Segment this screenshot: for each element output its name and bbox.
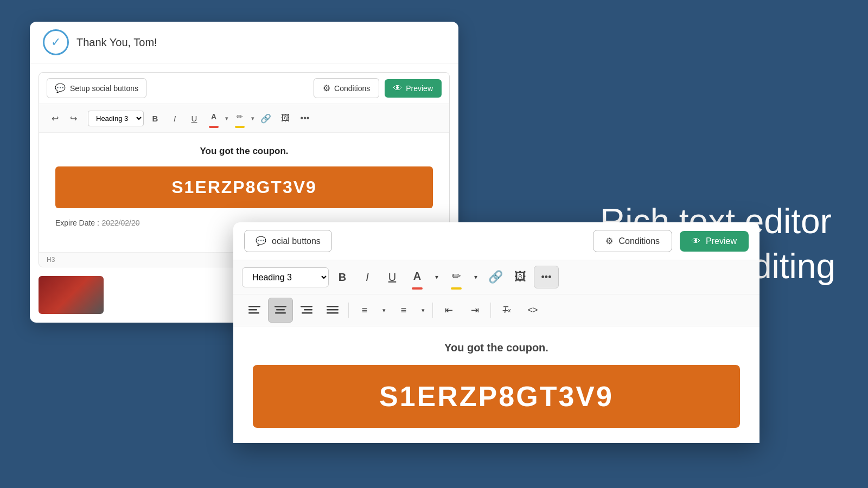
front-coupon-heading: You got the coupon. xyxy=(253,342,740,354)
svg-rect-1 xyxy=(248,309,257,311)
front-format-row2: ≡ ▾ ≡ ▾ ⇤ ⇥ Tx <> xyxy=(233,294,760,326)
bullet-list-btn[interactable]: ≡ xyxy=(352,298,377,323)
redo-btn[interactable]: ↪ xyxy=(65,110,81,126)
underline-btn-front[interactable]: U xyxy=(381,266,404,288)
align-right-btn[interactable] xyxy=(294,298,319,323)
outdent-btn[interactable]: ⇤ xyxy=(436,298,461,323)
conditions-front-btn[interactable]: ⚙ Conditions xyxy=(593,230,672,252)
undo-btn[interactable]: ↩ xyxy=(47,110,63,126)
front-editor-content: You got the coupon. S1ERZP8GT3V9 xyxy=(233,326,760,443)
coupon-box-back: S1ERZP8GT3V9 xyxy=(55,166,433,208)
formatting-toolbar-back: ↩ ↪ Heading 3 Heading 1 Heading 2 Paragr… xyxy=(39,104,449,133)
underline-btn-back[interactable]: U xyxy=(186,110,202,126)
thankyou-bar: ✓ Thank You, Tom! xyxy=(30,22,458,63)
font-color-front-group: A xyxy=(406,265,429,290)
image-btn-back[interactable]: 🖼 xyxy=(277,110,293,126)
link-btn-front[interactable]: 🔗 xyxy=(484,266,507,288)
editor-card-front: 💬 ocial buttons ⚙ Conditions 👁 Preview H… xyxy=(233,222,760,443)
svg-rect-2 xyxy=(248,312,259,314)
indent-btn[interactable]: ⇥ xyxy=(462,298,487,323)
preview-btn-back[interactable]: 👁 Preview xyxy=(385,79,442,98)
check-circle-icon: ✓ xyxy=(43,29,69,55)
highlight-indicator xyxy=(235,126,245,128)
link-btn-back[interactable]: 🔗 xyxy=(258,110,274,126)
numbered-list-chevron[interactable]: ▾ xyxy=(417,298,429,323)
front-coupon-code: S1ERZP8GT3V9 xyxy=(268,380,725,413)
setup-social-buttons-btn[interactable]: 💬 Setup social buttons xyxy=(47,78,146,98)
separator-1 xyxy=(348,303,349,318)
svg-rect-0 xyxy=(248,306,260,307)
svg-rect-9 xyxy=(327,306,339,307)
italic-btn-front[interactable]: I xyxy=(356,266,379,288)
numbered-list-btn[interactable]: ≡ xyxy=(391,298,416,323)
align-center-btn[interactable] xyxy=(268,298,293,323)
font-color-chevron[interactable]: ▾ xyxy=(225,115,228,122)
front-coupon-box: S1ERZP8GT3V9 xyxy=(253,365,740,428)
image-btn-front[interactable]: 🖼 xyxy=(509,266,532,288)
eye-icon-front: 👁 xyxy=(692,236,700,246)
conditions-btn-back[interactable]: ⚙ Conditions xyxy=(314,78,379,98)
coupon-heading-back: You got the coupon. xyxy=(55,146,433,157)
speech-bubble-icon: 💬 xyxy=(55,83,66,93)
heading-select-back[interactable]: Heading 3 Heading 1 Heading 2 Paragraph xyxy=(88,111,144,126)
svg-rect-6 xyxy=(301,306,312,307)
align-left-btn[interactable] xyxy=(242,298,267,323)
toolbar-row1: 💬 Setup social buttons ⚙ Conditions 👁 Pr… xyxy=(39,73,449,104)
coupon-code-back: S1ERZP8GT3V9 xyxy=(66,177,422,197)
highlight-group: ✏ xyxy=(232,108,248,128)
font-color-btn-back[interactable]: A xyxy=(206,108,222,125)
separator-3 xyxy=(490,303,491,318)
expire-label: Expire Date : xyxy=(55,219,99,227)
source-code-btn[interactable]: <> xyxy=(520,298,545,323)
front-toolbar-row1: 💬 ocial buttons ⚙ Conditions 👁 Preview xyxy=(233,222,760,260)
speech-icon-front: 💬 xyxy=(256,236,266,246)
font-color-btn-front[interactable]: A xyxy=(406,265,429,287)
font-color-indicator-front xyxy=(412,287,423,290)
font-color-chevron-front[interactable]: ▾ xyxy=(431,266,443,288)
setup-social-front-btn[interactable]: 💬 ocial buttons xyxy=(244,230,332,252)
bold-btn-back[interactable]: B xyxy=(147,110,163,126)
svg-rect-7 xyxy=(304,309,312,311)
svg-rect-5 xyxy=(275,312,286,314)
bullet-list-chevron[interactable]: ▾ xyxy=(378,298,390,323)
svg-rect-8 xyxy=(302,312,312,314)
separator-2 xyxy=(432,303,433,318)
clear-format-btn[interactable]: Tx xyxy=(494,298,519,323)
highlight-btn-back[interactable]: ✏ xyxy=(232,108,248,125)
font-color-indicator xyxy=(209,126,219,128)
more-btn-front[interactable]: ••• xyxy=(534,266,559,288)
svg-rect-4 xyxy=(276,309,285,311)
expire-value: 2022/02/20 xyxy=(101,219,139,227)
undo-redo-group: ↩ ↪ xyxy=(47,110,81,126)
highlight-chevron[interactable]: ▾ xyxy=(251,115,254,122)
highlight-chevron-front[interactable]: ▾ xyxy=(470,266,482,288)
thankyou-text: Thank You, Tom! xyxy=(76,36,157,49)
svg-rect-10 xyxy=(327,309,339,311)
highlight-indicator-front xyxy=(451,287,462,290)
font-color-group: A xyxy=(206,108,222,128)
bold-btn-front[interactable]: B xyxy=(331,266,354,288)
svg-rect-3 xyxy=(275,306,286,307)
svg-rect-11 xyxy=(327,312,339,314)
eye-icon-back: 👁 xyxy=(393,84,402,93)
gear-icon-back: ⚙ xyxy=(323,83,330,93)
gear-icon-front: ⚙ xyxy=(605,236,613,246)
heading-select-front[interactable]: Heading 3 Heading 1 Heading 2 Paragraph xyxy=(242,267,329,287)
highlight-front-group: ✏ xyxy=(445,265,468,290)
front-format-row1: Heading 3 Heading 1 Heading 2 Paragraph … xyxy=(233,260,760,294)
highlight-btn-front[interactable]: ✏ xyxy=(445,265,468,287)
thumbnail-image xyxy=(39,276,104,314)
more-btn-back[interactable]: ••• xyxy=(297,110,313,126)
italic-btn-back[interactable]: I xyxy=(167,110,183,126)
align-justify-btn[interactable] xyxy=(320,298,345,323)
preview-front-btn[interactable]: 👁 Preview xyxy=(680,231,749,252)
